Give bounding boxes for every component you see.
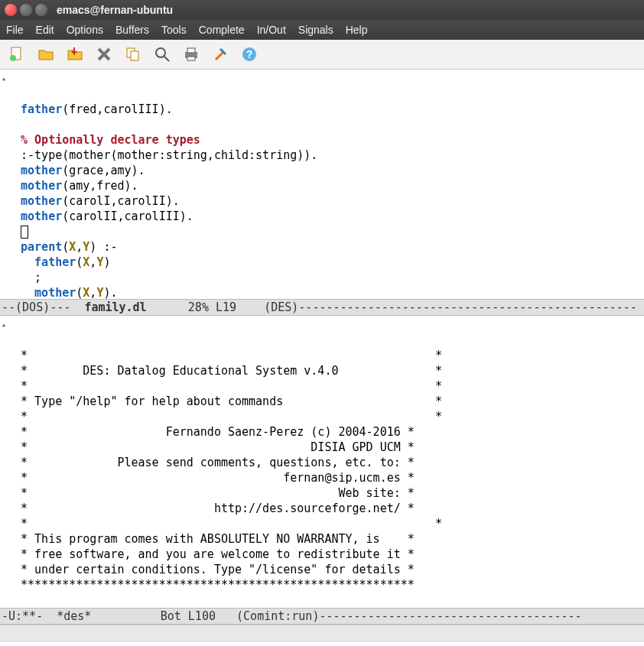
svg-rect-6 [187,48,195,53]
menu-tools[interactable]: Tools [161,24,187,36]
comment: % Optionally declare types [21,133,200,147]
svg-point-4 [156,48,165,57]
menu-edit[interactable]: Edit [36,24,54,36]
menu-file[interactable]: File [6,24,24,36]
search-icon[interactable] [153,45,171,63]
cursor-box [21,226,28,239]
help-icon[interactable]: ? [240,45,259,63]
save-file-icon[interactable] [66,45,84,63]
menu-signals[interactable]: Signals [298,24,333,36]
svg-point-1 [10,55,16,61]
svg-text:?: ? [246,48,253,60]
menu-help[interactable]: Help [346,24,368,36]
modeline-top[interactable]: --(DOS)--- family.dl 28% L19 (DES)------… [0,299,644,316]
menu-options[interactable]: Options [67,24,103,36]
editor-panes: ▴ father(fred,carolIII). % Optionally de… [0,70,644,646]
copy-icon[interactable] [124,45,142,63]
svg-rect-7 [187,57,195,60]
minimize-icon[interactable] [20,4,32,16]
open-file-icon[interactable] [37,45,55,63]
maximize-icon[interactable] [35,4,47,16]
menu-buffers[interactable]: Buffers [115,24,149,36]
modeline-bottom[interactable]: -U:**- *des* Bot L100 (Comint:run)------… [0,608,644,625]
repl-buffer[interactable]: ▴ * * * DES: Datalog Educational System … [0,316,644,608]
print-icon[interactable] [182,45,200,63]
preferences-icon[interactable] [211,45,229,63]
titlebar: emacs@fernan-ubuntu [0,0,644,20]
source-buffer[interactable]: ▴ father(fred,carolIII). % Optionally de… [0,70,644,299]
minibuffer[interactable] [0,625,644,642]
menubar: File Edit Options Buffers Tools Complete… [0,20,644,40]
gutter-top: ▴ [2,71,11,86]
tok: father [21,102,62,116]
close-icon[interactable] [5,4,17,16]
menu-complete[interactable]: Complete [199,24,245,36]
menu-inout[interactable]: In/Out [257,24,286,36]
toolbar: ? [0,40,644,70]
window-title: emacs@fernan-ubuntu [57,4,173,16]
close-x-icon[interactable] [95,45,113,63]
svg-rect-3 [131,51,138,60]
gutter-bot: ▴ [2,317,11,333]
new-file-icon[interactable] [8,45,26,63]
